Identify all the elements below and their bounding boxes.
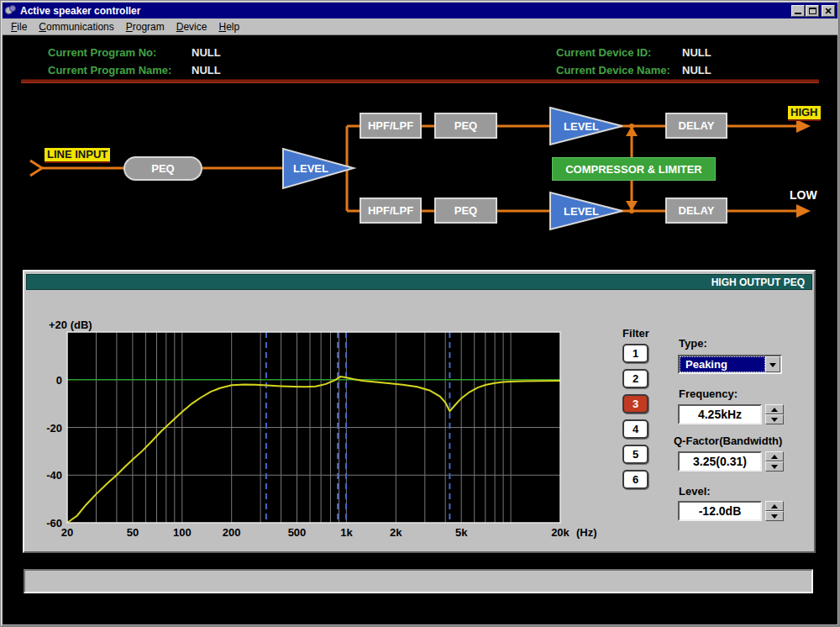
low-level-label: LEVEL: [564, 205, 599, 218]
level-field[interactable]: -12.0dB: [678, 501, 762, 521]
high-hpf-lpf-block[interactable]: HPF/LPF: [360, 113, 422, 139]
level-spin-up-button[interactable]: [765, 501, 784, 511]
q-factor-spinner: [765, 451, 784, 472]
svg-text:+20 (dB): +20 (dB): [49, 319, 92, 331]
svg-text:50: 50: [127, 526, 139, 539]
filter-button-2[interactable]: 2: [622, 369, 648, 388]
svg-text:-20: -20: [46, 422, 62, 435]
frequency-spin-up-button[interactable]: [765, 404, 784, 414]
low-hpf-lpf-block[interactable]: HPF/LPF: [360, 198, 422, 224]
svg-text:5k: 5k: [455, 526, 468, 539]
device-name-value: NULL: [682, 64, 711, 76]
program-name-label: Current Program Name:: [48, 64, 171, 76]
menu-item-program[interactable]: Program: [120, 19, 171, 34]
svg-text:-60: -60: [46, 517, 62, 530]
svg-text:0: 0: [56, 374, 62, 387]
menu-item-communications[interactable]: Communications: [33, 19, 119, 34]
frequency-spin-down-button[interactable]: [765, 414, 784, 424]
device-id-label: Current Device ID:: [556, 46, 651, 59]
header-separator: [21, 79, 819, 83]
frequency-label: Frequency:: [679, 387, 738, 400]
high-output-label: HIGH: [788, 106, 821, 121]
filter-button-group: 123456: [622, 344, 648, 489]
peq-panel-title: HIGH OUTPUT PEQ: [26, 274, 812, 290]
compressor-limiter-block[interactable]: COMPRESSOR & LIMITER: [552, 157, 716, 181]
filter-button-1[interactable]: 1: [622, 344, 648, 363]
filter-button-6[interactable]: 6: [622, 470, 648, 489]
type-selected-value: Peaking: [680, 356, 765, 372]
status-bar: [24, 569, 813, 593]
q-factor-spin-down-button[interactable]: [765, 461, 784, 472]
filter-button-4[interactable]: 4: [622, 419, 648, 439]
menu-item-device[interactable]: Device: [171, 19, 213, 34]
low-peq-block[interactable]: PEQ: [434, 198, 497, 224]
input-peq-block[interactable]: PEQ: [123, 156, 202, 181]
q-factor-label: Q-Factor(Bandwidth): [674, 435, 782, 447]
app-window: Active speaker controller ✕ FileCommunic…: [0, 0, 840, 627]
svg-text:1k: 1k: [340, 526, 353, 539]
signal-flow-diagram: LEVEL LEVEL LEVEL LINE INPUT PEQ HPF/LPF…: [0, 84, 840, 267]
filter-group-label: Filter: [617, 327, 654, 340]
close-button[interactable]: ✕: [822, 5, 835, 17]
level-spin-down-button[interactable]: [765, 511, 784, 521]
app-icon: [5, 5, 17, 17]
level-spinner: [765, 501, 784, 521]
maximize-icon: [809, 8, 816, 14]
minimize-icon: [795, 13, 801, 14]
high-peq-block[interactable]: PEQ: [434, 113, 497, 139]
program-name-value: NULL: [192, 64, 221, 76]
main-level-label: LEVEL: [293, 162, 328, 175]
svg-text:(Hz): (Hz): [576, 526, 597, 539]
type-dropdown[interactable]: Peaking: [678, 355, 782, 374]
svg-text:200: 200: [223, 526, 241, 539]
frequency-spinner: [765, 404, 784, 424]
menu-item-help[interactable]: Help: [213, 19, 245, 34]
minimize-button[interactable]: [791, 5, 805, 17]
window-title: Active speaker controller: [20, 5, 790, 17]
line-input-label: LINE INPUT: [45, 148, 110, 163]
q-factor-spin-up-button[interactable]: [765, 451, 784, 461]
device-name-label: Current Device Name:: [556, 64, 670, 76]
level-label: Level:: [679, 485, 711, 498]
high-level-label: LEVEL: [564, 120, 599, 133]
svg-text:20: 20: [61, 526, 73, 539]
svg-text:-40: -40: [46, 469, 62, 482]
close-icon: ✕: [822, 6, 834, 16]
program-no-label: Current Program No:: [48, 46, 156, 59]
svg-text:20k: 20k: [551, 526, 570, 539]
menubar: FileCommunicationsProgramDeviceHelp: [3, 18, 837, 35]
maximize-button[interactable]: [806, 5, 819, 17]
titlebar: Active speaker controller ✕: [3, 3, 837, 18]
device-id-value: NULL: [682, 46, 711, 59]
filter-button-5[interactable]: 5: [622, 445, 648, 464]
frequency-field[interactable]: 4.25kHz: [678, 404, 762, 424]
chevron-down-icon[interactable]: [765, 356, 780, 372]
program-no-value: NULL: [192, 46, 221, 59]
low-output-label: LOW: [790, 188, 817, 202]
q-factor-field[interactable]: 3.25(0.31): [678, 451, 762, 472]
low-delay-block[interactable]: DELAY: [665, 198, 727, 224]
menu-item-file[interactable]: File: [5, 19, 33, 34]
svg-text:500: 500: [288, 526, 307, 539]
peq-panel: HIGH OUTPUT PEQ +20 (dB)0-20-40-60205010…: [23, 270, 816, 553]
type-label: Type:: [679, 337, 707, 350]
svg-text:100: 100: [173, 526, 192, 539]
filter-button-3[interactable]: 3: [622, 394, 648, 414]
high-delay-block[interactable]: DELAY: [665, 113, 727, 139]
response-chart: +20 (dB)0-20-40-6020501002005001k2k5k20k…: [39, 314, 618, 557]
svg-text:2k: 2k: [390, 526, 402, 539]
